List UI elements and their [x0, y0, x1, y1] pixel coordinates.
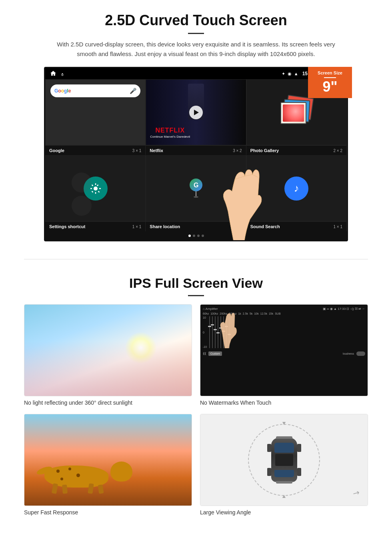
google-search-bar[interactable]: Google 🎤	[50, 84, 140, 97]
eq-thumb-1	[208, 326, 211, 327]
eq-sliders	[209, 316, 230, 348]
feature-caption-watermarks: No Watermarks When Touch	[200, 399, 368, 406]
svg-point-1	[94, 187, 98, 191]
settings-app-name: Settings shortcut	[49, 224, 85, 229]
app-labels-row2: Settings shortcut 1 × 1 Share location 1…	[45, 221, 347, 231]
sound-search-cell[interactable]: ♪	[246, 155, 347, 221]
gallery-flower	[283, 104, 304, 122]
settings-app-cell[interactable]	[45, 155, 146, 221]
gallery-label: Photo Gallery 2 × 2	[246, 146, 347, 155]
gallery-card-3	[280, 102, 306, 124]
badge-size: 9"	[310, 80, 350, 94]
feature-img-car: ▲ ▲	[200, 414, 368, 506]
status-left	[50, 70, 64, 77]
section-curved-screen: 2.5D Curved Touch Screen With 2.5D curve…	[0, 0, 392, 251]
netflix-grid-size: 3 × 2	[233, 149, 242, 153]
mic-icon: 🎤	[130, 88, 136, 94]
feature-img-amplifier: ⌂ Amplifier ▣ •• ◉ ▲ 17:33 ⊡ ◁) ☒ ⇌ ← 60…	[200, 304, 368, 396]
amp-custom-label: Custom	[208, 351, 222, 356]
amp-controls: ⟪⟪ Custom loudness	[203, 351, 365, 356]
section2-divider	[188, 295, 204, 296]
screen-size-badge: Screen Size 9"	[308, 67, 352, 98]
maps-icon-wrapper: G	[188, 178, 204, 199]
svg-point-4	[194, 196, 198, 198]
settings-grid-size: 1 × 1	[132, 225, 142, 229]
amp-statusbar: ⌂ Amplifier ▣ •• ◉ ▲ 17:33 ⊡ ◁) ☒ ⇌ ←	[203, 307, 365, 311]
music-icon-bg: ♪	[284, 177, 308, 201]
usb-icon	[60, 70, 64, 77]
eq-slider-2	[212, 316, 213, 348]
sound-search-app-name: Sound Search	[250, 224, 280, 229]
section1-desc: With 2.5D curved-display screen, this de…	[56, 40, 336, 59]
share-location-cell[interactable]: G	[146, 155, 246, 221]
wifi-icon: ▲	[294, 71, 298, 76]
play-button[interactable]	[189, 106, 203, 119]
gallery-app-name: Photo Gallery	[250, 148, 279, 153]
netflix-app-name: Netflix	[150, 148, 163, 153]
sound-search-grid-size: 1 × 1	[333, 225, 342, 229]
feature-sunlight: No light reflecting under 360° direct su…	[24, 304, 192, 406]
gallery-stack	[280, 96, 312, 128]
status-bar: ✦ ◉ ▲ 15:06 ⊡ ◁) ☒ ▭	[45, 68, 347, 79]
sunlight-image	[24, 305, 192, 396]
netflix-label-row: Netflix 3 × 2	[146, 146, 246, 155]
section2-title: IPS Full Screen View	[24, 275, 368, 291]
google-label: Google 3 × 1	[45, 146, 146, 155]
gallery-grid-size: 2 × 2	[333, 149, 342, 153]
feature-caption-sunlight: No light reflecting under 360° direct su…	[24, 399, 192, 406]
feature-img-cheetah	[24, 414, 192, 506]
google-grid-size: 3 × 1	[132, 149, 142, 153]
amp-side-labels: 100-10	[203, 316, 365, 348]
share-location-grid-size: 1 × 1	[233, 225, 242, 229]
svg-point-0	[62, 74, 63, 76]
google-logo: Google	[54, 88, 71, 94]
location-icon: ◉	[288, 71, 292, 76]
eq-slider-1	[209, 316, 210, 348]
app-grid-row2: G	[45, 155, 347, 221]
feature-grid: No light reflecting under 360° direct su…	[24, 304, 368, 516]
bg-ghost-icons	[72, 173, 92, 216]
app-labels-row1: Google 3 × 1 Netflix 3 × 2 Photo Gallery…	[45, 145, 347, 155]
feature-caption-fast: Super Fast Response	[24, 509, 192, 516]
car-image: ▲ ▲	[200, 414, 368, 506]
badge-label: Screen Size	[310, 70, 350, 76]
maps-pin-icon: G	[188, 178, 204, 198]
home-icon	[50, 70, 56, 77]
car-circle: ▲ ▲	[248, 424, 320, 496]
feature-fast-response: Super Fast Response	[24, 414, 192, 516]
feature-viewing-angle: ▲ ▲	[200, 414, 368, 516]
feature-watermarks: ⌂ Amplifier ▣ •• ◉ ▲ 17:33 ⊡ ◁) ☒ ⇌ ← 60…	[200, 304, 368, 406]
cheetah-body	[36, 458, 136, 494]
feature-img-sunlight	[24, 304, 192, 396]
netflix-logo-text: NETFLIX	[150, 127, 190, 134]
svg-text:G: G	[194, 182, 198, 189]
share-location-label: Share location 1 × 1	[146, 222, 246, 231]
netflix-app-cell[interactable]: NETFLIX Continue Marvel's Daredevil	[146, 79, 246, 145]
netflix-label: NETFLIX Continue Marvel's Daredevil	[150, 127, 190, 138]
amp-loudness-label: loudness	[343, 352, 354, 355]
pagination-bar	[45, 231, 347, 240]
netflix-subtitle: Continue Marvel's Daredevil	[150, 135, 190, 138]
bluetooth-icon: ✦	[282, 71, 285, 76]
play-triangle-icon	[194, 110, 199, 115]
section-divider	[24, 259, 368, 259]
google-app-name: Google	[49, 148, 64, 153]
google-app-cell[interactable]: Google 🎤	[45, 79, 146, 145]
device-wrapper: Screen Size 9"	[44, 67, 348, 241]
amp-hand-icon	[214, 312, 238, 349]
dot-3	[197, 235, 200, 237]
amplifier-image: ⌂ Amplifier ▣ •• ◉ ▲ 17:33 ⊡ ◁) ☒ ⇌ ← 60…	[200, 305, 368, 396]
music-note-icon: ♪	[294, 182, 299, 195]
device-frame: ✦ ◉ ▲ 15:06 ⊡ ◁) ☒ ▭ Google	[44, 67, 348, 241]
settings-icon-wrapper	[84, 177, 108, 201]
dot-1	[188, 235, 191, 237]
section-ips: IPS Full Screen View No light reflecting…	[0, 267, 392, 528]
amp-toggle	[356, 351, 365, 356]
badge-divider	[324, 77, 336, 78]
feature-caption-angle: Large Viewing Angle	[200, 509, 368, 516]
dot-2	[193, 235, 195, 237]
settings-label: Settings shortcut 1 × 1	[45, 222, 146, 231]
cheetah-image	[24, 414, 192, 506]
section1-divider	[188, 33, 204, 34]
dot-4	[202, 235, 204, 237]
